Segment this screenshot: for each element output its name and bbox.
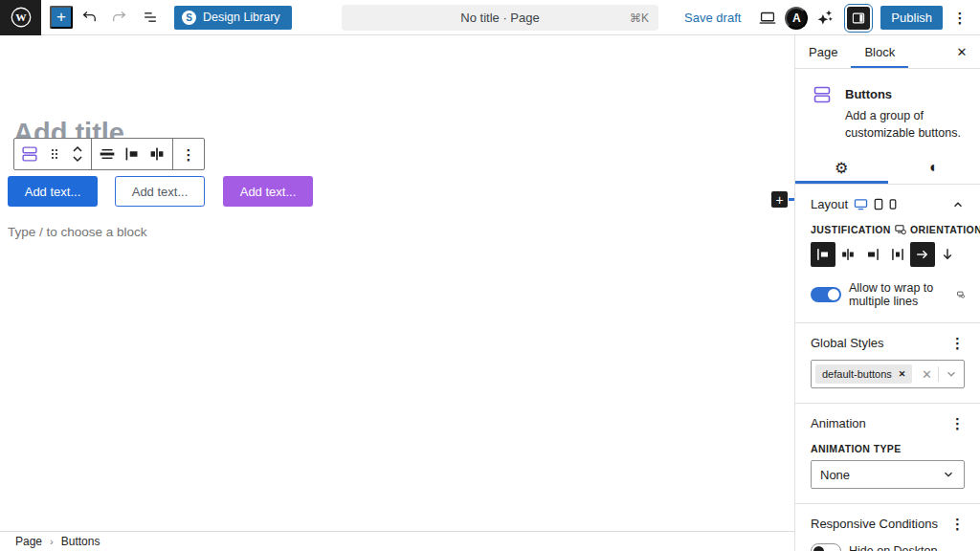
layout-panel: Layout JUSTIFICATION [795, 185, 980, 323]
command-center-bar[interactable]: No title · Page ⌘K [342, 5, 658, 31]
inline-inserter-icon[interactable]: + [771, 191, 788, 208]
sparkles-icon[interactable] [811, 4, 839, 33]
list-view-icon[interactable] [136, 3, 165, 32]
animation-panel: Animation ⋮ ANIMATION TYPE None [795, 404, 980, 504]
gear-icon[interactable]: ⚙ [795, 151, 888, 184]
clear-input-icon[interactable]: ✕ [922, 367, 932, 382]
mobile-icon[interactable] [889, 198, 897, 210]
settings-style-tabs: ⚙ ◐ [795, 151, 980, 185]
align-none-icon[interactable] [95, 140, 120, 168]
justify-center-icon[interactable] [145, 140, 169, 168]
buttons-block-icon[interactable] [17, 140, 42, 168]
style-chip-label: default-buttons [822, 368, 892, 380]
chevron-down-icon[interactable] [945, 367, 958, 381]
move-up-icon[interactable] [71, 145, 84, 154]
hide-on-desktop-toggle[interactable] [811, 543, 841, 551]
document-title: No title · Page [460, 11, 539, 25]
block-card-description: Add a group of customizable buttons. [845, 107, 965, 142]
tab-block[interactable]: Block [851, 35, 908, 68]
styles-contrast-icon[interactable]: ◐ [888, 151, 980, 184]
remove-chip-icon[interactable]: ✕ [899, 369, 906, 379]
breadcrumb-separator-icon: › [50, 536, 54, 547]
responsive-options-icon[interactable]: ⋮ [950, 517, 965, 531]
sidebar-tabs: Page Block ✕ [795, 35, 980, 69]
animation-options-icon[interactable]: ⋮ [950, 416, 965, 430]
a-logo-icon[interactable]: A [785, 7, 808, 30]
editor-header: W + S Design Library No title · Page ⌘K … [0, 0, 980, 35]
block-card: Buttons Add a group of customizable butt… [795, 69, 980, 151]
animation-title: Animation [811, 416, 866, 430]
animation-type-label: ANIMATION TYPE [811, 443, 965, 454]
wordpress-logo-icon[interactable]: W [0, 0, 41, 35]
justify-right-icon[interactable] [860, 242, 885, 267]
orientation-control: ORIENTATION [910, 224, 980, 267]
undo-icon[interactable] [75, 3, 103, 32]
justify-center-icon[interactable] [835, 242, 860, 267]
justify-left-icon[interactable] [811, 242, 835, 267]
justify-left-icon[interactable] [120, 140, 145, 168]
move-down-icon[interactable] [71, 154, 84, 163]
button-block-1[interactable]: Add text... [8, 176, 98, 207]
responsive-conditions-title: Responsive Conditions [811, 517, 938, 531]
options-menu-icon[interactable]: ⋮ [946, 4, 974, 33]
chevron-down-icon [942, 468, 955, 481]
responsive-conditions-panel: Responsive Conditions ⋮ Hide on Desktop … [795, 504, 980, 551]
block-movers [67, 145, 88, 163]
animation-type-value: None [820, 468, 850, 482]
tablet-icon[interactable] [874, 198, 883, 210]
design-library-button[interactable]: S Design Library [174, 6, 292, 30]
design-library-icon: S [182, 11, 196, 25]
save-draft-button[interactable]: Save draft [675, 11, 750, 25]
sidebar-toggle-icon[interactable] [847, 7, 870, 30]
hide-on-desktop-label: Hide on Desktop [849, 544, 937, 551]
header-left-toolbar: + S Design Library [41, 3, 292, 32]
editor-canvas: Add title [0, 35, 795, 531]
block-toolbar-group-1 [14, 139, 92, 169]
global-styles-input[interactable]: default-buttons ✕ ✕ [811, 360, 965, 388]
empty-block-placeholder[interactable]: Type / to choose a block [8, 225, 147, 239]
block-toolbar-group-3: ⋮ [173, 139, 204, 169]
orientation-vertical-icon[interactable] [935, 242, 960, 267]
block-options-icon[interactable]: ⋮ [176, 140, 201, 168]
collapse-panel-icon[interactable] [951, 198, 965, 211]
breadcrumb-page[interactable]: Page [15, 535, 42, 548]
buttons-block-icon [811, 83, 834, 142]
global-styles-options-icon[interactable]: ⋮ [950, 336, 965, 350]
header-right-toolbar: Save draft A Publish ⋮ [675, 0, 974, 35]
global-styles-panel: Global Styles ⋮ default-buttons ✕ ✕ [795, 323, 980, 404]
shortcut-hint: ⌘K [630, 11, 649, 25]
layout-panel-title: Layout [811, 197, 848, 211]
responsive-override-icon[interactable] [895, 224, 906, 235]
block-toolbar-group-2 [92, 139, 173, 169]
tab-page[interactable]: Page [795, 35, 851, 68]
orientation-label: ORIENTATION [910, 224, 980, 235]
gutenberg-editor: W + S Design Library No title · Page ⌘K … [0, 0, 980, 551]
preview-icon[interactable] [753, 4, 782, 33]
sidebar-toggle-focus-ring [844, 4, 873, 33]
style-chip: default-buttons ✕ [815, 364, 912, 384]
orientation-horizontal-icon[interactable] [910, 242, 935, 267]
button-block-3[interactable]: Add text... [223, 176, 313, 207]
input-divider [938, 366, 939, 382]
wrap-toggle[interactable] [811, 287, 841, 302]
breadcrumb-buttons[interactable]: Buttons [61, 535, 100, 548]
close-icon[interactable]: ✕ [944, 35, 980, 68]
hide-on-desktop-row: Hide on Desktop [811, 543, 965, 551]
svg-text:W: W [15, 11, 27, 23]
justify-space-between-icon[interactable] [885, 242, 910, 267]
redo-icon[interactable] [105, 3, 134, 32]
responsive-override-icon[interactable] [957, 289, 965, 300]
justification-label: JUSTIFICATION [811, 224, 891, 235]
desktop-icon[interactable] [854, 198, 868, 210]
block-toolbar: ⋮ [13, 138, 205, 170]
settings-sidebar: Page Block ✕ Buttons Add a group of cust… [794, 35, 980, 551]
animation-type-select[interactable]: None [811, 460, 965, 489]
wrap-toggle-label: Allow to wrap to multiple lines [849, 281, 953, 308]
global-styles-title: Global Styles [811, 336, 884, 350]
button-block-2[interactable]: Add text... [115, 176, 205, 207]
block-inserter-button[interactable]: + [50, 6, 73, 29]
drag-handle-icon[interactable] [42, 140, 67, 168]
publish-button[interactable]: Publish [880, 6, 943, 30]
breadcrumb: Page › Buttons [0, 531, 795, 551]
justification-control: JUSTIFICATION [811, 224, 910, 267]
